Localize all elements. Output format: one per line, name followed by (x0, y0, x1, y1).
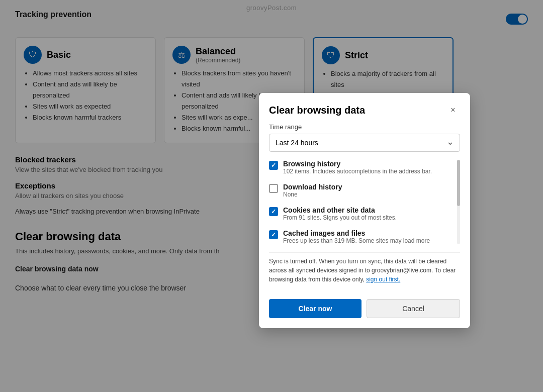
download-history-desc: None (283, 191, 342, 198)
cookies-label: Cookies and other site data (283, 206, 397, 214)
scrollbar-track (457, 160, 460, 244)
sync-notice: Sync is turned off. When you turn on syn… (269, 252, 460, 284)
download-history-label: Download history (283, 183, 342, 191)
modal-footer: Clear now Cancel (259, 292, 470, 328)
time-range-select-wrapper[interactable]: Last hourLast 24 hoursLast 7 daysLast 4 … (269, 134, 460, 152)
check-icon: ✓ (271, 208, 276, 215)
close-button[interactable]: × (446, 103, 460, 117)
browsing-history-checkbox[interactable]: ✓ (269, 161, 278, 170)
browsing-history-desc: 102 items. Includes autocompletions in t… (283, 168, 432, 175)
cached-desc: Frees up less than 319 MB. Some sites ma… (283, 237, 430, 244)
cookies-checkbox[interactable]: ✓ (269, 207, 278, 216)
sync-notice-text: Sync is turned off. When you turn on syn… (269, 258, 456, 283)
browsing-history-item: ✓ Browsing history 102 items. Includes a… (269, 160, 452, 175)
cookies-item: ✓ Cookies and other site data From 91 si… (269, 206, 452, 221)
clear-browsing-dialog: Clear browsing data × Time range Last ho… (259, 93, 470, 328)
modal-body: Time range Last hourLast 24 hoursLast 7 … (259, 123, 470, 292)
modal-overlay: Clear browsing data × Time range Last ho… (0, 0, 543, 392)
cookies-desc: From 91 sites. Signs you out of most sit… (283, 214, 397, 221)
clear-now-button[interactable]: Clear now (269, 299, 361, 318)
cached-checkbox[interactable]: ✓ (269, 230, 278, 239)
scrollbar-thumb[interactable] (457, 160, 460, 206)
cached-item: ✓ Cached images and files Frees up less … (269, 229, 452, 244)
modal-title: Clear browsing data (269, 105, 365, 116)
sign-out-link[interactable]: sign out first. (366, 276, 400, 283)
cancel-button[interactable]: Cancel (367, 299, 460, 318)
browsing-history-label: Browsing history (283, 160, 432, 168)
check-icon: ✓ (271, 231, 276, 238)
modal-header: Clear browsing data × (259, 93, 470, 123)
time-range-label: Time range (269, 123, 460, 131)
cached-label: Cached images and files (283, 229, 430, 237)
download-history-item: Download history None (269, 183, 452, 198)
check-icon: ✓ (271, 162, 276, 169)
download-history-checkbox[interactable] (269, 184, 278, 193)
time-range-select[interactable]: Last hourLast 24 hoursLast 7 daysLast 4 … (269, 134, 460, 152)
